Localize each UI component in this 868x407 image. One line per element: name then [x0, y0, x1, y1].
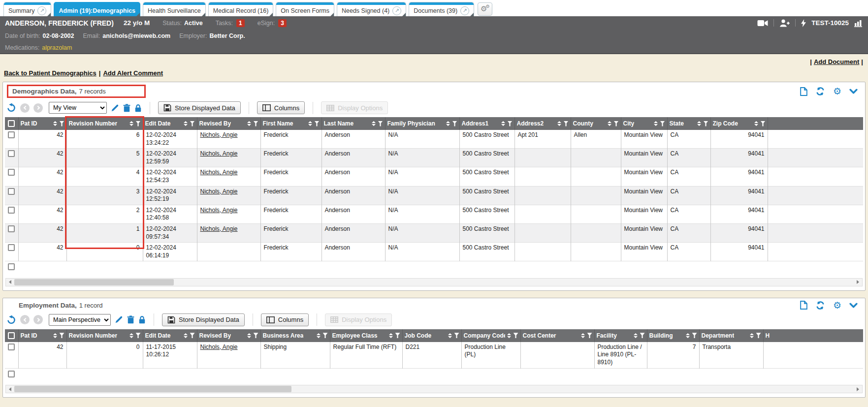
scroll-right-button[interactable] [854, 385, 862, 393]
back-to-demographics-link[interactable]: Back to Patient Demographics [4, 69, 96, 77]
tab-on-screen-forms[interactable]: On Screen Forms [276, 2, 334, 16]
sort-icon[interactable] [608, 121, 611, 126]
view-selector[interactable]: My View [49, 102, 107, 114]
row-checkbox[interactable] [8, 150, 15, 157]
lightning-icon[interactable] [801, 19, 806, 27]
filter-icon[interactable] [452, 121, 457, 126]
revised-by-link[interactable]: Nichols, Angie [200, 225, 238, 232]
lock-view-icon[interactable] [134, 104, 142, 112]
select-all-checkbox[interactable] [8, 120, 15, 127]
add-person-icon[interactable] [779, 19, 790, 27]
popout-icon[interactable]: ↗ [460, 6, 469, 15]
store-displayed-data-button[interactable]: Store Displayed Data [158, 101, 241, 114]
lock-view-icon[interactable] [138, 315, 146, 324]
columns-button[interactable]: Columns [257, 101, 305, 114]
sort-icon[interactable] [184, 121, 188, 126]
sort-icon[interactable] [581, 333, 585, 338]
column-header-pat-id[interactable]: Pat ID [18, 117, 66, 130]
new-document-icon[interactable] [800, 87, 807, 96]
sort-icon[interactable] [446, 121, 450, 126]
filter-icon[interactable] [454, 333, 459, 338]
column-header-state[interactable]: State [667, 117, 710, 130]
sort-icon[interactable] [372, 121, 376, 126]
scroll-left-button[interactable] [6, 279, 14, 286]
sort-icon[interactable] [184, 333, 188, 338]
column-header-last-name[interactable]: Last Name [321, 117, 385, 130]
panel-settings-gear-icon[interactable]: ⚙ [833, 301, 841, 310]
refresh-icon[interactable] [815, 87, 825, 95]
sort-icon[interactable] [634, 333, 638, 338]
column-header-company-code[interactable]: Company Code [461, 329, 520, 342]
horizontal-scrollbar[interactable] [5, 278, 863, 286]
filter-icon[interactable] [761, 121, 766, 126]
popout-icon[interactable]: ↗ [392, 6, 401, 15]
filter-icon[interactable] [395, 333, 400, 338]
column-header-department[interactable]: Department [699, 329, 763, 342]
column-header-revised-by[interactable]: Revised By [197, 329, 260, 342]
popout-icon[interactable]: ↗ [37, 6, 46, 15]
revised-by-link[interactable]: Nichols, Angie [200, 207, 238, 214]
column-header-revision-number[interactable]: Revision Number [66, 117, 143, 130]
sort-icon[interactable] [448, 333, 452, 338]
edit-view-pencil-icon[interactable] [115, 315, 123, 324]
tab-admin-demographics[interactable]: Admin (19):Demographics [54, 2, 140, 16]
tab-documents[interactable]: Documents (39) ↗ [409, 2, 474, 16]
column-header-city[interactable]: City [621, 117, 667, 130]
column-header-revision-number[interactable]: Revision Number [66, 329, 143, 342]
revised-by-link[interactable]: Nichols, Angie [200, 188, 238, 195]
column-header-edit-date[interactable]: Edit Date [143, 329, 197, 342]
row-checkbox[interactable] [8, 344, 15, 350]
store-displayed-data-button[interactable]: Store Displayed Data [162, 313, 245, 326]
column-header-stub[interactable]: H [763, 329, 863, 342]
sort-icon[interactable] [129, 121, 133, 126]
tab-needs-signed[interactable]: Needs Signed (4) ↗ [337, 2, 406, 16]
tab-summary[interactable]: Summary ↗ [3, 2, 51, 16]
edit-view-pencil-icon[interactable] [111, 104, 119, 112]
sort-icon[interactable] [654, 121, 658, 126]
delete-view-trash-icon[interactable] [123, 104, 130, 112]
filter-icon[interactable] [660, 121, 665, 126]
filter-icon[interactable] [60, 121, 64, 126]
column-header-zip-code[interactable]: Zip Code [710, 117, 768, 130]
column-header-address1[interactable]: Address1 [459, 117, 514, 130]
revised-by-link[interactable]: Nichols, Angie [200, 150, 238, 157]
column-header-facility[interactable]: Facility [594, 329, 647, 342]
filter-icon[interactable] [756, 333, 761, 338]
collapse-chevron-icon[interactable] [849, 89, 858, 94]
filter-icon[interactable] [315, 121, 320, 126]
filter-icon[interactable] [640, 333, 645, 338]
video-camera-icon[interactable] [757, 20, 768, 27]
column-header-employee-class[interactable]: Employee Class [330, 329, 402, 342]
column-header-family-physician[interactable]: Family Physician [385, 117, 459, 130]
row-checkbox[interactable] [8, 244, 15, 251]
filter-icon[interactable] [190, 333, 195, 338]
filter-icon[interactable] [614, 121, 619, 126]
filter-icon[interactable] [136, 333, 141, 338]
medications-value[interactable]: alprazolam [42, 44, 72, 51]
row-checkbox[interactable] [8, 188, 15, 195]
scroll-left-button[interactable] [6, 385, 14, 393]
sort-icon[interactable] [317, 333, 321, 338]
column-header-first-name[interactable]: First Name [260, 117, 321, 130]
scrollbar-track[interactable] [14, 279, 854, 286]
horizontal-scrollbar[interactable] [5, 385, 863, 393]
panel-settings-gear-icon[interactable]: ⚙ [833, 87, 841, 96]
filter-icon[interactable] [190, 121, 195, 126]
column-header-job-code[interactable]: Job Code [402, 329, 461, 342]
row-checkbox[interactable] [8, 371, 15, 377]
revised-by-link[interactable]: Nichols, Angie [200, 344, 238, 350]
sort-icon[interactable] [686, 333, 690, 338]
filter-icon[interactable] [587, 333, 592, 338]
select-all-checkbox[interactable] [8, 332, 15, 339]
filter-icon[interactable] [508, 121, 513, 126]
row-checkbox[interactable] [8, 207, 15, 214]
sort-icon[interactable] [501, 121, 505, 126]
filter-icon[interactable] [378, 121, 383, 126]
sort-icon[interactable] [53, 121, 57, 126]
revised-by-link[interactable]: Nichols, Angie [200, 169, 238, 176]
sort-icon[interactable] [557, 121, 561, 126]
new-document-icon[interactable] [800, 301, 807, 310]
column-header-address2[interactable]: Address2 [514, 117, 571, 130]
column-header-building[interactable]: Building [647, 329, 699, 342]
revised-by-link[interactable]: Nichols, Angie [200, 131, 238, 138]
